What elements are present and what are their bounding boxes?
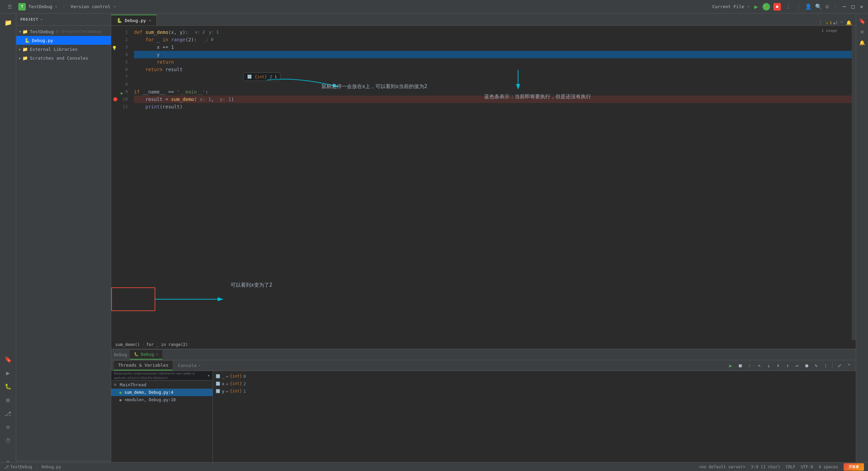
- toolbar-btn-stop[interactable]: ⏹: [736, 362, 744, 370]
- tab-console[interactable]: Console ✕: [174, 361, 205, 370]
- tab-close-debugpy[interactable]: ✕: [149, 18, 151, 23]
- console-tab-close[interactable]: ✕: [199, 363, 201, 368]
- variables-panel: 🔢 _ = {int} 0 🔢 x = {int} 2: [213, 371, 856, 471]
- debug-tab-close[interactable]: ✕: [156, 352, 158, 356]
- version-control-dropdown[interactable]: ▾: [114, 5, 116, 8]
- breadcrumb-part-2[interactable]: for _ in range(2): [146, 342, 188, 347]
- run-button[interactable]: ▶: [754, 3, 758, 10]
- var-item-y[interactable]: 🔢 y = {int} 1: [213, 387, 856, 395]
- popup-icon: 🔢: [247, 75, 252, 79]
- debug-tab-active[interactable]: 🐛 Debug ✕: [130, 350, 162, 360]
- toolbar-btn-edit[interactable]: ✎: [812, 362, 820, 370]
- toolbar-btn-resume[interactable]: ▶: [727, 362, 735, 370]
- var-icon-0: 🔢: [216, 374, 220, 378]
- editor-content[interactable]: 1 2 3 💡 4 5 6 7 8 9 ▶ 10: [111, 26, 856, 340]
- status-right: <no default server> 3:9 (1 char) CRLF UT…: [699, 463, 864, 471]
- tab-bar: 🐍 Debug.py ✕ ⋮ ⚠ 1 ▲2 ⌃ 🔔: [111, 14, 856, 26]
- eval-dropdown[interactable]: ▾: [207, 373, 210, 378]
- toolbar-btn-pause[interactable]: ⏸: [746, 362, 754, 370]
- inline-value-popup: 🔢 {int} 2 ℹ: [243, 73, 280, 81]
- tree-arrow-testdebug: ▼: [19, 30, 21, 34]
- maximize-button[interactable]: □: [850, 3, 856, 10]
- toolbar-btn-step-into-my[interactable]: ⬇: [774, 362, 782, 370]
- frame-item-1[interactable]: ● <module>, Debug.py:10: [111, 396, 213, 404]
- activity-run-icon[interactable]: ▶: [2, 367, 14, 379]
- more-tabs-icon[interactable]: ⋮: [818, 20, 823, 25]
- editor-scrollbar[interactable]: [852, 26, 856, 340]
- toolbar-btn-mute-bp[interactable]: ⏺: [803, 362, 811, 370]
- status-line-ending[interactable]: CRLF: [786, 465, 795, 469]
- editor-area: 🐍 Debug.py ✕ ⋮ ⚠ 1 ▲2 ⌃ 🔔: [111, 14, 856, 471]
- run-config-dropdown[interactable]: ▾: [748, 5, 750, 8]
- dropdown-icon[interactable]: ▾: [55, 5, 57, 8]
- collapse-all-icon[interactable]: ⌃: [841, 20, 843, 25]
- activity-clock-icon[interactable]: ⏱: [2, 434, 14, 447]
- code-line-7: [134, 73, 852, 81]
- var-eq-1: =: [226, 381, 229, 386]
- status-encoding[interactable]: UTF-8: [801, 465, 813, 469]
- breadcrumb: sum_demo() › for _ in range(2): [111, 340, 856, 349]
- tab-threads-variables[interactable]: Threads & Variables: [114, 361, 173, 370]
- debug-toolbar: Threads & Variables Console ✕ ▶ ⏹ ⏸ ↷ ↓ …: [111, 360, 856, 371]
- toolbar-btn-step-into[interactable]: ↓: [765, 362, 773, 370]
- var-item-x[interactable]: 🔢 x = {int} 2: [213, 380, 856, 387]
- toolbar-btn-step-over[interactable]: ↷: [755, 362, 763, 370]
- sidebar-item-debugpy[interactable]: 🐍 Debug.py: [16, 36, 111, 45]
- var-list: 🔢 _ = {int} 0 🔢 x = {int} 2: [213, 371, 856, 471]
- sidebar-dropdown-icon[interactable]: ▾: [40, 18, 43, 21]
- right-notifications-icon[interactable]: 🔔: [857, 38, 867, 47]
- version-control-menu[interactable]: Version control: [71, 4, 110, 9]
- status-position[interactable]: 3:9 (1 char): [751, 465, 780, 469]
- breadcrumb-sep: ›: [142, 342, 144, 347]
- settings-icon[interactable]: ⚙: [825, 3, 829, 10]
- right-structure-icon[interactable]: ⊞: [857, 27, 867, 37]
- sidebar-item-external-libs[interactable]: ▶ 📁 External Libraries: [16, 45, 111, 54]
- thread-mainthread[interactable]: ≡ MainThread: [111, 381, 213, 389]
- var-item-underscore[interactable]: 🔢 _ = {int} 0: [213, 372, 856, 380]
- frame-label-0: sum_demo, Debug.py:4: [124, 390, 174, 395]
- activity-bookmarks-icon[interactable]: 🔖: [2, 353, 14, 365]
- debug-button[interactable]: 🐛: [763, 3, 770, 11]
- threads-panel: Evaluate expression (Enter) or add a wat…: [111, 371, 213, 471]
- editor: 1 2 3 💡 4 5 6 7 8 9 ▶ 10: [111, 26, 856, 349]
- tab-debugpy[interactable]: 🐍 Debug.py ✕: [111, 15, 157, 25]
- expand-panel-icon[interactable]: ⤢: [835, 362, 844, 370]
- status-file[interactable]: Debug.py: [41, 465, 61, 469]
- code-area[interactable]: def sum_demo(x, y): x: 2 y: 1 for _ in r…: [130, 26, 856, 113]
- activity-layers-icon[interactable]: ⊞: [2, 394, 14, 406]
- activity-terminal-icon[interactable]: ⊟: [2, 421, 14, 433]
- search-icon[interactable]: 🔍: [815, 3, 822, 10]
- toolbar-btn-more[interactable]: ⋮: [822, 362, 830, 370]
- toolbar-btn-run-to-cursor[interactable]: ↩: [793, 362, 801, 370]
- hamburger-menu[interactable]: ☰: [3, 1, 16, 13]
- activity-git-icon[interactable]: ⎇: [2, 407, 14, 419]
- activity-debug-icon[interactable]: 🐛: [2, 380, 14, 392]
- frame-item-0[interactable]: ● sum_demo, Debug.py:4: [111, 389, 213, 396]
- stop-button[interactable]: ⏹: [773, 3, 781, 11]
- more-options[interactable]: ⋮: [784, 3, 792, 10]
- eval-input-area[interactable]: Evaluate expression (Enter) or add a wat…: [111, 371, 213, 381]
- sidebar-title: Project: [20, 17, 38, 22]
- breadcrumb-part-1[interactable]: sum_demo(): [115, 342, 140, 347]
- notifications-icon[interactable]: 🔔: [846, 20, 852, 25]
- code-line-2: for _ in range(2): _: 0: [134, 36, 852, 43]
- sidebar-item-testdebug[interactable]: ▼ 📁 TestDebug D:\Project\TestDebug: [16, 27, 111, 36]
- title-bar-right: Current File ▾ ▶ 🐛 ⏹ ⋮ 👤 🔍 ⚙ ─ □ ✕: [712, 3, 865, 11]
- right-bookmarks-icon[interactable]: 🔖: [857, 16, 867, 26]
- minimize-button[interactable]: ─: [841, 3, 847, 10]
- tree-arrow-scratches: ▶: [19, 56, 21, 60]
- close-button[interactable]: ✕: [859, 3, 865, 10]
- popup-info-icon[interactable]: ℹ: [275, 74, 277, 79]
- profile-icon[interactable]: 👤: [805, 3, 812, 10]
- status-branch[interactable]: ⎇ TestDebug: [4, 465, 32, 469]
- activity-project-icon[interactable]: 📁: [2, 16, 14, 28]
- sidebar-item-scratches[interactable]: ▶ 📁 Scratches and Consoles: [16, 54, 111, 62]
- status-bar: ⎇ TestDebug | Debug.py <no default serve…: [0, 462, 868, 471]
- status-indent[interactable]: 4 spaces: [818, 465, 838, 469]
- project-name[interactable]: TestDebug: [28, 4, 52, 9]
- status-no-server[interactable]: <no default server>: [699, 465, 745, 469]
- run-config-label[interactable]: Current File: [712, 4, 744, 9]
- toolbar-btn-step-out[interactable]: ↑: [784, 362, 792, 370]
- collapse-panel-icon[interactable]: ⌃: [845, 362, 853, 370]
- thread-icon: ≡: [114, 382, 116, 387]
